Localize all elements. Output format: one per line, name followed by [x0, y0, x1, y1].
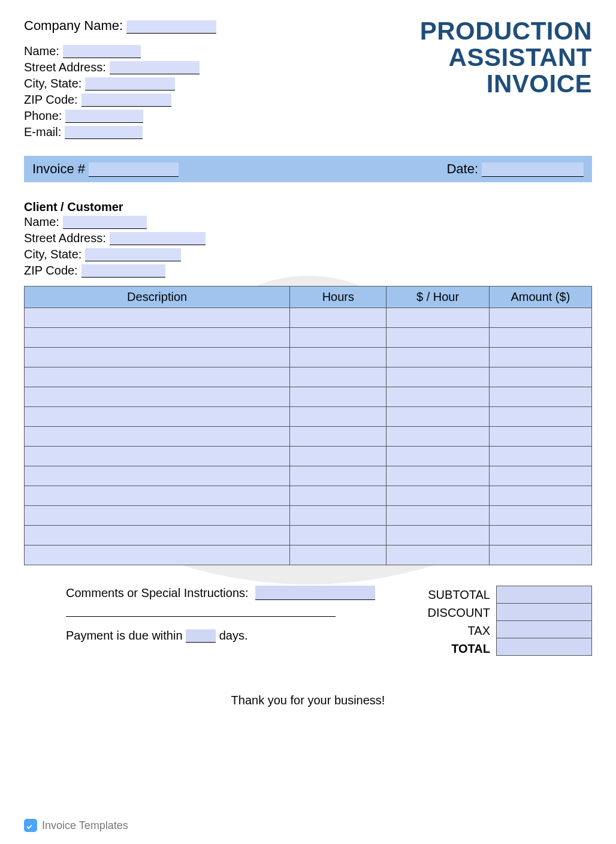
cell-amount[interactable]	[489, 466, 591, 486]
cell-amount[interactable]	[489, 526, 591, 545]
cell-amount[interactable]	[489, 427, 591, 447]
street-field[interactable]	[110, 61, 200, 74]
cell-hours[interactable]	[290, 486, 386, 506]
invoice-number-field[interactable]	[89, 162, 179, 177]
cell-desc[interactable]	[25, 506, 290, 526]
cell-rate[interactable]	[386, 466, 489, 486]
phone-field[interactable]	[65, 110, 143, 123]
invoice-number-label: Invoice #	[32, 161, 85, 177]
cell-rate[interactable]	[386, 328, 489, 348]
totals-block: SUBTOTAL DISCOUNT TAX TOTAL	[412, 586, 592, 658]
client-zip-label: ZIP Code:	[24, 264, 78, 278]
cell-rate[interactable]	[386, 427, 489, 447]
cell-amount[interactable]	[489, 387, 591, 407]
cell-desc[interactable]	[25, 367, 290, 387]
cell-rate[interactable]	[386, 545, 489, 565]
zip-label: ZIP Code:	[24, 93, 78, 107]
cell-desc[interactable]	[25, 447, 290, 466]
cell-hours[interactable]	[290, 407, 386, 427]
zip-field[interactable]	[81, 94, 171, 107]
cell-desc[interactable]	[25, 308, 290, 328]
cell-desc[interactable]	[25, 427, 290, 447]
cell-amount[interactable]	[489, 348, 591, 367]
cell-desc[interactable]	[25, 348, 290, 367]
date-label: Date:	[446, 161, 478, 177]
company-info-block: Company Name: Name: Street Address: City…	[24, 18, 420, 141]
cell-desc[interactable]	[25, 526, 290, 545]
comments-field-2[interactable]	[66, 602, 336, 617]
payment-suffix: days.	[216, 629, 247, 642]
cell-hours[interactable]	[290, 387, 386, 407]
cell-desc[interactable]	[25, 328, 290, 348]
cell-hours[interactable]	[290, 348, 386, 367]
payment-days-field[interactable]	[186, 629, 216, 643]
subtotal-label: SUBTOTAL	[412, 586, 490, 604]
cell-amount[interactable]	[489, 545, 591, 565]
cell-rate[interactable]	[386, 367, 489, 387]
cell-rate[interactable]	[386, 486, 489, 506]
cell-rate[interactable]	[386, 348, 489, 367]
cell-rate[interactable]	[386, 447, 489, 466]
cell-hours[interactable]	[290, 466, 386, 486]
line-items-table: Description Hours $ / Hour Amount ($)	[24, 286, 592, 565]
cell-desc[interactable]	[25, 407, 290, 427]
title-line-2: ASSISTANT	[420, 44, 592, 71]
comments-block: Comments or Special Instructions: Paymen…	[24, 586, 412, 658]
client-block: Name: Street Address: City, State: ZIP C…	[24, 215, 592, 278]
company-name-field[interactable]	[126, 20, 216, 34]
cell-hours[interactable]	[290, 545, 386, 565]
cell-rate[interactable]	[386, 308, 489, 328]
table-row	[25, 447, 592, 466]
title-line-1: PRODUCTION	[420, 18, 592, 44]
cell-amount[interactable]	[489, 367, 591, 387]
cell-amount[interactable]	[489, 308, 591, 328]
brand-icon	[24, 819, 37, 832]
cell-hours[interactable]	[290, 506, 386, 526]
date-field[interactable]	[482, 162, 584, 177]
client-zip-field[interactable]	[81, 264, 165, 278]
cell-desc[interactable]	[25, 486, 290, 506]
cell-hours[interactable]	[290, 447, 386, 466]
cell-hours[interactable]	[290, 526, 386, 545]
name-field[interactable]	[63, 45, 141, 58]
company-name-label: Company Name:	[24, 18, 123, 34]
cell-amount[interactable]	[489, 407, 591, 427]
footer: Invoice Templates	[24, 819, 128, 832]
cell-amount[interactable]	[489, 447, 591, 466]
cell-rate[interactable]	[386, 526, 489, 545]
total-label: TOTAL	[412, 640, 490, 658]
city-state-field[interactable]	[85, 77, 175, 91]
client-name-field[interactable]	[63, 216, 147, 229]
table-row	[25, 506, 592, 526]
cell-desc[interactable]	[25, 545, 290, 565]
table-row	[25, 427, 592, 447]
cell-hours[interactable]	[290, 308, 386, 328]
cell-amount[interactable]	[489, 486, 591, 506]
table-row	[25, 466, 592, 486]
cell-rate[interactable]	[386, 506, 489, 526]
comments-label: Comments or Special Instructions:	[66, 586, 249, 599]
table-row	[25, 348, 592, 367]
payment-prefix: Payment is due within	[66, 629, 186, 642]
col-header-hours: Hours	[290, 287, 386, 308]
subtotal-field[interactable]	[496, 586, 592, 604]
cell-amount[interactable]	[489, 328, 591, 348]
city-state-label: City, State:	[24, 77, 81, 91]
cell-desc[interactable]	[25, 466, 290, 486]
client-street-field[interactable]	[110, 232, 206, 245]
cell-desc[interactable]	[25, 387, 290, 407]
cell-hours[interactable]	[290, 367, 386, 387]
cell-amount[interactable]	[489, 506, 591, 526]
email-field[interactable]	[65, 126, 143, 139]
client-city-state-field[interactable]	[85, 248, 181, 261]
cell-rate[interactable]	[386, 387, 489, 407]
discount-field[interactable]	[496, 603, 592, 621]
table-row	[25, 526, 592, 545]
cell-hours[interactable]	[290, 427, 386, 447]
tax-field[interactable]	[496, 620, 592, 638]
table-row	[25, 328, 592, 348]
cell-rate[interactable]	[386, 407, 489, 427]
cell-hours[interactable]	[290, 328, 386, 348]
comments-field-1[interactable]	[255, 586, 375, 600]
total-field[interactable]	[496, 638, 592, 656]
